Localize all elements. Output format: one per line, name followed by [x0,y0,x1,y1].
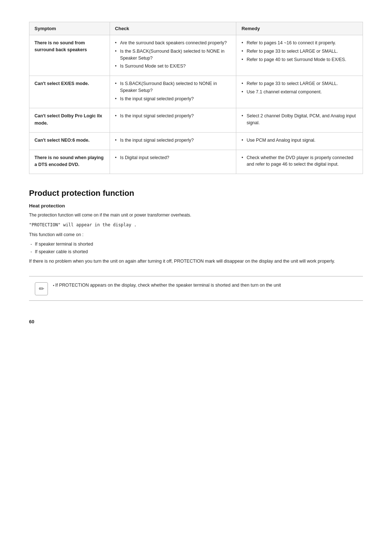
remedy-item: Check whether the DVD player is properly… [241,154,358,168]
protection-paragraph: If there is no problem when you turn the… [29,258,363,265]
display-text: "PROTECTION" will appear in the display … [29,221,363,229]
remedy-item: Refer to page 40 to set Surround Mode to… [241,56,358,63]
check-item: Is Surround Mode set to EX/ES? [115,63,231,70]
remedy-item: Select 2 channel Dolby Digital, PCM, and… [241,113,358,126]
table-row-remedy-1: Refer to page 33 to select LARGE or SMAL… [236,76,363,108]
table-row-symptom-4: There is no sound when playing a DTS enc… [29,150,110,174]
remedy-item: Refer to pages 14 ~16 to connect it prop… [241,40,358,46]
note-box: ✏ If PROTECTION appears on the display, … [29,276,363,301]
check-item: Is the S.BACK(Surround Back) selected to… [115,48,231,62]
table-row-symptom-2: Can't select Dolby Pro Logic IIx mode. [29,108,110,133]
table-row-symptom-0: There is no sound from surround back spe… [29,35,110,76]
header-symptom: Symptom [29,22,110,35]
note-icon: ✏ [35,282,48,295]
function-intro: This function will come on : [29,231,363,239]
check-item: Is S.BACK(Surround Back) selected to NON… [115,80,231,94]
troubleshoot-table: Symptom Check Remedy There is no sound f… [29,22,363,174]
header-check: Check [110,22,236,35]
remedy-item: Use PCM and Analog input signal. [241,137,358,144]
protection-list-item: If speaker terminal is shorted [29,240,363,248]
table-row-check-4: Is Digital input selected? [110,150,236,174]
remedy-item: Refer to page 33 to select LARGE or SMAL… [241,48,358,55]
check-item: Is the input signal selected properly? [115,96,231,102]
protection-list-item: If speaker cable is shorted [29,248,363,256]
table-row-check-1: Is S.BACK(Surround Back) selected to NON… [110,76,236,108]
product-protection-section: Product protection function Heat protect… [29,189,363,301]
bold-protection-line: The protection function will come on if … [29,211,363,219]
table-row-remedy-0: Refer to pages 14 ~16 to connect it prop… [236,35,363,76]
table-row-check-0: Are the surround back speakers connected… [110,35,236,76]
table-row-check-3: Is the input signal selected properly? [110,132,236,150]
table-row-remedy-2: Select 2 channel Dolby Digital, PCM, and… [236,108,363,133]
note-text: If PROTECTION appears on the display, ch… [53,282,281,289]
check-item: Is the input signal selected properly? [115,113,231,120]
check-item: Is the input signal selected properly? [115,137,231,144]
table-row-remedy-4: Check whether the DVD player is properly… [236,150,363,174]
page-number: 60 [29,319,363,324]
table-row-symptom-3: Can't select NEO:6 mode. [29,132,110,150]
subsection-title: Heat protection [29,203,363,209]
table-row-symptom-1: Can't select EX/ES mode. [29,76,110,108]
header-remedy: Remedy [236,22,363,35]
remedy-item: Refer to page 33 to select LARGE or SMAL… [241,80,358,87]
check-item: Is Digital input selected? [115,154,231,161]
protection-list: If speaker terminal is shortedIf speaker… [29,240,363,255]
check-item: Are the surround back speakers connected… [115,40,231,46]
remedy-item: Use 7.1 channel external component. [241,89,358,96]
table-row-remedy-3: Use PCM and Analog input signal. [236,132,363,150]
section-title: Product protection function [29,189,363,198]
table-row-check-2: Is the input signal selected properly? [110,108,236,133]
